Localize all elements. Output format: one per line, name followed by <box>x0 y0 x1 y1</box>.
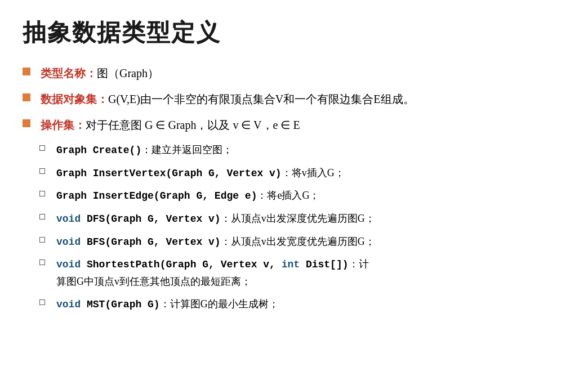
desc-mst: ：计算图G的最小生成树； <box>160 298 279 310</box>
label-operations: 操作集： <box>41 119 86 131</box>
desc-sp: ：计 <box>349 258 369 270</box>
code-mst: MST(Graph G) <box>81 299 159 310</box>
sub-item-dfs: void DFS(Graph G, Vertex v)：从顶点v出发深度优先遍历… <box>23 211 565 228</box>
bullet-item-type-name: 类型名称：图（Graph） <box>23 64 565 82</box>
keyword-void-bfs: void <box>56 236 81 248</box>
sub-item-list: Graph Create()：建立并返回空图； Graph InsertVert… <box>23 142 565 314</box>
code-sp-1: ShortestPath(Graph G, Vertex v, <box>81 259 281 270</box>
text-type-name: 图（Graph） <box>97 67 159 79</box>
text-data-object: G(V,E)由一个非空的有限顶点集合V和一个有限边集合E组成。 <box>108 93 415 105</box>
sub-item-bfs: void BFS(Graph G, Vertex v)：从顶点v出发宽度优先遍历… <box>23 234 565 251</box>
keyword-int-sp: int <box>282 259 300 270</box>
sub-item-insertedge: Graph InsertEdge(Graph G, Edge e)：将e插入G； <box>23 187 565 205</box>
desc-insertedge: ：将e插入G； <box>257 190 319 201</box>
orange-bullet-2 <box>23 93 30 101</box>
text-operations: 对于任意图 G ∈ Graph，以及 v ∈ V，e ∈ E <box>86 119 300 131</box>
sub-bullet-7 <box>39 299 45 305</box>
sub-text-mst: void MST(Graph G)：计算图G的最小生成树； <box>56 296 279 314</box>
sub-text-insertvertex: Graph InsertVertex(Graph G, Vertex v)：将v… <box>56 165 345 182</box>
sub-bullet-2 <box>39 168 45 174</box>
keyword-void-sp: void <box>56 259 81 270</box>
page-title: 抽象数据类型定义 <box>23 17 565 48</box>
desc-create: ：建立并返回空图； <box>141 144 233 155</box>
code-create: Graph Create() <box>56 145 141 156</box>
desc-dfs: ：从顶点v出发深度优先遍历图G； <box>221 213 375 224</box>
bullet-text-2: 数据对象集：G(V,E)由一个非空的有限顶点集合V和一个有限边集合E组成。 <box>41 90 415 108</box>
desc-bfs: ：从顶点v出发宽度优先遍历图G； <box>221 236 375 247</box>
sub-bullet-4 <box>39 214 45 220</box>
main-bullet-list: 类型名称：图（Graph） 数据对象集：G(V,E)由一个非空的有限顶点集合V和… <box>23 64 565 134</box>
sub-item-insertvertex: Graph InsertVertex(Graph G, Vertex v)：将v… <box>23 165 565 182</box>
keyword-void-dfs: void <box>56 213 81 225</box>
sub-text-dfs: void DFS(Graph G, Vertex v)：从顶点v出发深度优先遍历… <box>56 211 375 228</box>
sub-text-insertedge: Graph InsertEdge(Graph G, Edge e)：将e插入G； <box>56 187 319 205</box>
sub-text-shortestpath: void ShortestPath(Graph G, Vertex v, int… <box>56 256 369 290</box>
keyword-void-mst: void <box>56 299 81 310</box>
bullet-text-3: 操作集：对于任意图 G ∈ Graph，以及 v ∈ V，e ∈ E <box>41 116 300 134</box>
code-dfs: DFS(Graph G, Vertex v) <box>81 213 220 225</box>
code-bfs: BFS(Graph G, Vertex v) <box>81 236 220 248</box>
orange-bullet-1 <box>23 68 30 75</box>
bullet-item-data-object: 数据对象集：G(V,E)由一个非空的有限顶点集合V和一个有限边集合E组成。 <box>23 90 565 108</box>
desc-sp-cont: 算图G中顶点v到任意其他顶点的最短距离； <box>56 276 251 287</box>
bullet-text-1: 类型名称：图（Graph） <box>41 64 159 82</box>
sub-item-shortestpath: void ShortestPath(Graph G, Vertex v, int… <box>23 256 565 290</box>
code-sp-2: Dist[]) <box>300 259 348 270</box>
sub-bullet-3 <box>39 191 45 196</box>
sub-bullet-6 <box>39 259 45 265</box>
sub-item-create: Graph Create()：建立并返回空图； <box>23 142 565 159</box>
sub-text-create: Graph Create()：建立并返回空图； <box>56 142 233 159</box>
code-insertvertex: Graph InsertVertex(Graph G, Vertex v) <box>56 168 282 179</box>
code-insertedge: Graph InsertEdge(Graph G, Edge e) <box>56 190 257 202</box>
sub-text-bfs: void BFS(Graph G, Vertex v)：从顶点v出发宽度优先遍历… <box>56 234 375 251</box>
sub-bullet-1 <box>39 145 45 151</box>
bullet-item-operations: 操作集：对于任意图 G ∈ Graph，以及 v ∈ V，e ∈ E <box>23 116 565 134</box>
desc-insertvertex: ：将v插入G； <box>282 167 345 178</box>
sub-item-mst: void MST(Graph G)：计算图G的最小生成树； <box>23 296 565 314</box>
label-data-object: 数据对象集： <box>41 93 108 105</box>
label-type-name: 类型名称： <box>41 67 97 79</box>
sub-bullet-5 <box>39 237 45 243</box>
orange-bullet-3 <box>23 119 30 127</box>
